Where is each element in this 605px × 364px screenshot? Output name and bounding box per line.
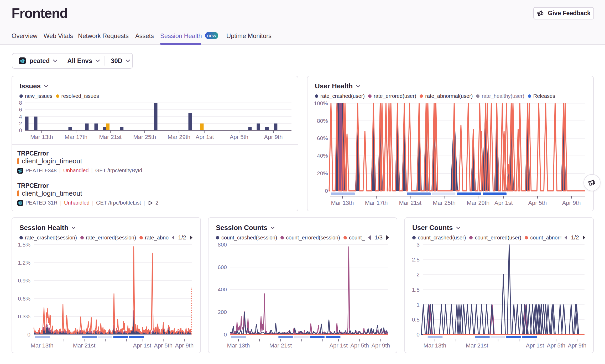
svg-text:20%: 20%: [317, 170, 328, 176]
svg-text:Apr 5th: Apr 5th: [350, 342, 369, 349]
svg-text:Apr 1st: Apr 1st: [494, 200, 513, 206]
svg-text:Mar 13th: Mar 13th: [31, 342, 54, 349]
svg-text:0.6%: 0.6%: [18, 296, 30, 302]
svg-text:Mar 29th: Mar 29th: [467, 200, 489, 206]
svg-text:2.5: 2.5: [412, 256, 420, 263]
svg-text:Apr 1st: Apr 1st: [133, 342, 151, 349]
svg-text:Apr 5th: Apr 5th: [230, 134, 248, 140]
svg-text:Mar 17th: Mar 17th: [365, 200, 388, 206]
svg-text:Apr 1st: Apr 1st: [329, 342, 348, 349]
svg-text:Mar 13th: Mar 13th: [424, 342, 446, 349]
svg-text:Mar 13th: Mar 13th: [30, 134, 53, 140]
svg-text:0.3%: 0.3%: [18, 313, 30, 319]
svg-text:Apr 5th: Apr 5th: [547, 342, 565, 349]
svg-text:Apr 5th: Apr 5th: [528, 200, 547, 206]
svg-text:0: 0: [19, 127, 22, 133]
svg-text:1: 1: [416, 302, 420, 308]
svg-text:4: 4: [19, 114, 22, 120]
svg-text:Apr 9th: Apr 9th: [568, 342, 586, 349]
svg-text:Apr 1st: Apr 1st: [196, 134, 214, 140]
svg-text:40%: 40%: [317, 153, 328, 159]
svg-text:0: 0: [27, 331, 30, 338]
svg-text:0.5: 0.5: [412, 317, 420, 323]
svg-text:Mar 13th: Mar 13th: [227, 342, 250, 349]
svg-text:400: 400: [218, 286, 227, 292]
svg-text:Mar 21st: Mar 21st: [99, 134, 122, 140]
svg-text:Apr 1st: Apr 1st: [526, 342, 544, 349]
svg-text:Mar 13th: Mar 13th: [331, 200, 354, 206]
svg-text:0: 0: [224, 331, 227, 338]
svg-text:Mar 25th: Mar 25th: [433, 200, 456, 206]
svg-text:Apr 9th: Apr 9th: [264, 134, 283, 140]
svg-text:1.5: 1.5: [412, 287, 420, 293]
svg-text:Apr 5th: Apr 5th: [154, 342, 173, 349]
svg-text:1.5%: 1.5%: [18, 242, 30, 248]
svg-text:Mar 21st: Mar 21st: [466, 342, 488, 349]
svg-text:Mar 29th: Mar 29th: [168, 134, 190, 140]
svg-text:80%: 80%: [317, 118, 328, 124]
svg-text:1.2%: 1.2%: [18, 260, 30, 266]
svg-text:6: 6: [19, 106, 22, 113]
svg-text:2: 2: [416, 271, 420, 277]
svg-text:3: 3: [416, 242, 420, 248]
svg-text:0: 0: [416, 331, 420, 338]
svg-text:Mar 21st: Mar 21st: [73, 342, 96, 349]
svg-text:Mar 21st: Mar 21st: [269, 342, 292, 349]
svg-text:0.9%: 0.9%: [18, 277, 30, 283]
svg-text:Apr 9th: Apr 9th: [175, 342, 194, 349]
svg-text:600: 600: [218, 264, 227, 270]
svg-text:Mar 17th: Mar 17th: [65, 134, 87, 140]
svg-text:0: 0: [325, 188, 328, 194]
svg-text:8: 8: [19, 100, 22, 106]
svg-text:200: 200: [218, 309, 227, 315]
svg-text:2: 2: [19, 120, 22, 126]
svg-text:800: 800: [218, 242, 227, 248]
svg-text:Apr 9th: Apr 9th: [371, 342, 390, 349]
svg-text:100%: 100%: [314, 100, 328, 106]
svg-text:60%: 60%: [317, 135, 328, 141]
svg-text:Apr 9th: Apr 9th: [562, 200, 581, 206]
svg-text:Mar 21st: Mar 21st: [399, 200, 422, 206]
svg-text:Mar 25th: Mar 25th: [133, 134, 156, 140]
